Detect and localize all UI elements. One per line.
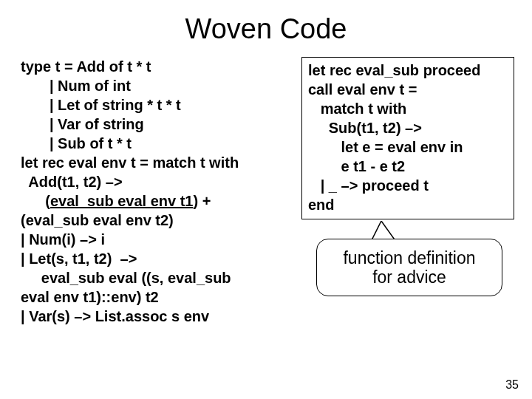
code-line: | Num(i) –> i bbox=[21, 231, 105, 248]
code-line: let rec eval env t = match t with bbox=[21, 154, 239, 171]
code-line: let rec eval_sub proceed bbox=[308, 62, 480, 78]
slide-title: Woven Code bbox=[0, 13, 532, 45]
code-line: call eval env t = bbox=[308, 81, 417, 98]
code-line: (eval_sub eval env t2) bbox=[21, 212, 174, 228]
code-line: | Var(s) –> List.assoc s env bbox=[21, 308, 209, 324]
right-column: let rec eval_sub proceed call eval env t… bbox=[301, 57, 514, 219]
code-line: let e = eval env in bbox=[308, 139, 463, 155]
code-line: match t with bbox=[308, 100, 406, 117]
code-line: eval_sub eval ((s, eval_sub bbox=[21, 270, 231, 286]
callout-line: for advice bbox=[317, 267, 502, 287]
underlined-call: eval_sub eval env t1 bbox=[50, 193, 193, 209]
code-line: | Let of string * t * t bbox=[21, 97, 181, 113]
code-line: | Let(s, t1, t2) –> bbox=[21, 250, 137, 267]
code-line: Add(t1, t2) –> bbox=[21, 174, 123, 190]
code-line: | _ –> proceed t bbox=[308, 177, 429, 194]
code-line: ( bbox=[21, 193, 50, 209]
boxed-code-block: let rec eval_sub proceed call eval env t… bbox=[301, 57, 514, 219]
content-area: type t = Add of t * t | Num of int | Let… bbox=[0, 57, 532, 326]
advice-callout: function definition for advice bbox=[316, 239, 502, 296]
callout-line: function definition bbox=[317, 248, 502, 267]
code-line: | Num of int bbox=[21, 78, 131, 94]
code-line: | Sub of t * t bbox=[21, 135, 132, 151]
code-line: eval env t1)::env) t2 bbox=[21, 289, 159, 305]
code-line: ) + bbox=[193, 193, 211, 209]
left-code-block: type t = Add of t * t | Num of int | Let… bbox=[21, 57, 301, 326]
code-line: end bbox=[308, 197, 335, 213]
code-line: | Var of string bbox=[21, 116, 144, 132]
code-line: e t1 - e t2 bbox=[308, 158, 405, 174]
page-number: 35 bbox=[505, 378, 519, 392]
code-line: type t = Add of t * t bbox=[21, 58, 151, 75]
code-line: Sub(t1, t2) –> bbox=[308, 120, 422, 136]
